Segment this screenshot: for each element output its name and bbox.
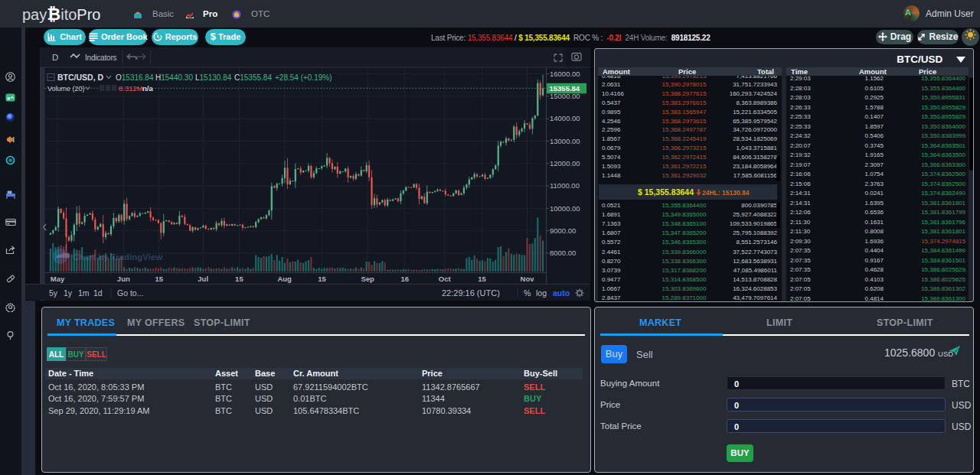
svg-text:log: log [536,288,547,298]
svg-text:H15440.30: H15440.30 [155,73,193,82]
svg-text:15: 15 [235,275,243,283]
svg-text:15: 15 [318,275,326,283]
svg-text:Chart by TradingView: Chart by TradingView [73,252,162,262]
svg-text:13000.00: 13000.00 [550,137,580,145]
svg-text:Oct: Oct [439,275,452,283]
svg-text:8000.00: 8000.00 [550,249,576,257]
svg-text:10000.00: 10000.00 [550,204,580,213]
svg-text:8.312M: 8.312M [119,84,143,93]
svg-text:O15316.84: O15316.84 [116,73,154,82]
svg-text:1y: 1y [64,288,73,298]
svg-text:1m: 1m [78,288,90,298]
svg-text:1d: 1d [93,288,103,298]
svg-text:%: % [524,288,531,298]
svg-text:11000.00: 11000.00 [550,181,580,190]
svg-text:L15130.84: L15130.84 [195,73,232,82]
svg-text:Sep: Sep [361,275,374,283]
svg-text:BTC/USD, D: BTC/USD, D [57,73,104,82]
svg-text:D: D [52,53,58,62]
svg-text:Nov: Nov [521,275,535,283]
svg-text:Jul: Jul [198,275,208,283]
svg-text:C15355.84: C15355.84 [234,73,272,82]
svg-text:Aug: Aug [277,275,292,283]
svg-text:auto: auto [553,288,570,298]
svg-text:15: 15 [478,275,486,283]
svg-text:16000.00: 16000.00 [550,70,580,78]
svg-text:+28.54 (+0.19%): +28.54 (+0.19%) [275,73,332,82]
svg-text:Volume (20): Volume (20) [47,85,85,93]
svg-text:14000.00: 14000.00 [550,114,580,122]
svg-text:May: May [51,275,65,283]
svg-text:n/a: n/a [142,84,153,93]
svg-text:15355.84: 15355.84 [550,84,580,93]
svg-text:Go to...: Go to... [117,288,143,298]
svg-text:9000.00: 9000.00 [550,226,576,235]
svg-text:16: 16 [400,275,409,283]
svg-text:12000.00: 12000.00 [550,159,580,168]
svg-text:Jun: Jun [117,275,130,283]
svg-text:5y: 5y [49,288,58,298]
svg-text:15: 15 [155,275,163,283]
svg-text:Indicators: Indicators [85,54,117,62]
svg-text:22:29:16 (UTC): 22:29:16 (UTC) [442,288,500,298]
